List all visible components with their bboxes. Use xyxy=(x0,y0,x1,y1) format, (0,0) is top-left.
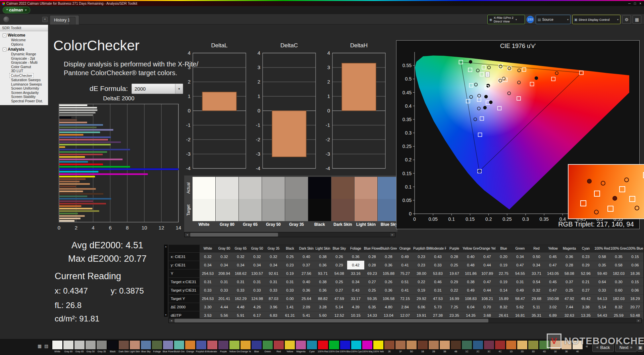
sidebar-item-dynamic-range[interactable]: Dynamic Range xyxy=(10,52,37,56)
table-vscroll[interactable]: ▲ ▼ xyxy=(164,245,168,317)
sidebar-collapse-icon[interactable]: « xyxy=(42,17,48,22)
current-fl: fL: 26.8 xyxy=(55,301,82,310)
next-button[interactable]: Next » xyxy=(615,343,637,352)
sidebar-item-screen-stability[interactable]: Screen Stability xyxy=(10,95,37,99)
sidebar-item-grayscale-2pt[interactable]: Grayscale - 2pt xyxy=(10,56,36,61)
table-cell: 6.35 xyxy=(364,303,380,311)
scroll-thumb[interactable] xyxy=(174,319,488,322)
sidebar-section-analysis[interactable]: -Analysis xyxy=(0,46,48,52)
scroll-left-icon[interactable]: ◄ xyxy=(169,318,174,323)
scroll-right-icon[interactable]: ► xyxy=(390,233,395,237)
scroll-right-icon[interactable]: ► xyxy=(636,318,641,323)
sidebar-item-luminance-sweeps[interactable]: Luminance Sweeps xyxy=(10,82,43,87)
strip-patch-swatch xyxy=(218,340,229,350)
strip-patch-label: Purple xyxy=(218,350,229,353)
cie-measured-point xyxy=(478,94,481,97)
table-cell: 0.49 xyxy=(512,286,528,294)
strip-patch-swatch xyxy=(96,340,107,350)
strip-patch-swatch xyxy=(284,340,295,350)
logo-menu-chevron-icon[interactable]: ▾ xyxy=(25,8,27,12)
sidebar-item-options[interactable]: Options xyxy=(10,42,24,47)
table-cell: 0.40 xyxy=(298,278,315,286)
tree-collapse-icon[interactable]: - xyxy=(3,34,6,37)
sidebar-item-screen-uniformity[interactable]: Screen Uniformity xyxy=(10,86,40,91)
scroll-thumb[interactable] xyxy=(190,233,278,237)
tab-stub[interactable] xyxy=(69,17,75,24)
cie-zoom-inset xyxy=(568,164,644,219)
close-button[interactable]: × xyxy=(639,2,641,5)
first-page-icon[interactable]: « xyxy=(586,344,588,349)
calman-logo[interactable]: * calman ▾ xyxy=(3,7,30,13)
source-selector[interactable]: ▤ Source ▾ xyxy=(536,15,571,24)
sidebar-item-welcome[interactable]: Welcome xyxy=(10,38,27,42)
settings-gear-icon[interactable]: ⚙ xyxy=(622,15,631,24)
table-cell: 0.29 xyxy=(578,261,594,269)
table-scrollbar[interactable]: ◄ ► xyxy=(168,318,642,323)
strip-patch-swatch xyxy=(296,340,306,350)
svg-text:0.15: 0.15 xyxy=(402,171,412,176)
patch-panel-scrollbar[interactable]: ◄ ► xyxy=(184,232,395,237)
table-cell: 15.89 xyxy=(495,295,512,303)
maximize-button[interactable]: □ xyxy=(634,2,636,5)
sidebar-item-color-gamut[interactable]: Color Gamut xyxy=(10,65,32,69)
table-cell: 0.31 xyxy=(430,286,446,294)
deltae-bar xyxy=(59,205,82,207)
list-icon[interactable]: ▤ xyxy=(44,344,48,349)
deltae-bar xyxy=(59,156,85,158)
sidebar-item-colorchecker[interactable]: ColorChecker xyxy=(9,73,34,78)
sidebar-item-screen-angularity[interactable]: Screen Angularity xyxy=(10,91,40,95)
grid-icon[interactable]: ▦ xyxy=(38,344,42,349)
tree-collapse-icon[interactable]: - xyxy=(3,48,6,51)
deltae-bar xyxy=(59,134,84,136)
source-icon: ▤ xyxy=(538,18,541,21)
sidebar-item-grayscale-multi[interactable]: Grayscale - Multi xyxy=(10,60,39,65)
strip-patch-swatch xyxy=(462,340,472,350)
table-cell: 4.44 xyxy=(216,303,232,311)
sidebar-tree: -WelcomeWelcomeOptions-AnalysisDynamic R… xyxy=(0,31,48,105)
scroll-track[interactable] xyxy=(190,233,390,237)
sidebar-item-saturation-sweeps[interactable]: Saturation Sweeps xyxy=(10,78,42,82)
patch-target-swatch xyxy=(355,199,377,221)
strip-patch-swatch xyxy=(174,340,184,350)
table-cell: 0.31 xyxy=(282,278,298,286)
minimize-button[interactable]: ─ xyxy=(628,2,631,5)
table-cell: 0.34 xyxy=(265,261,282,269)
scroll-up-icon[interactable]: ▲ xyxy=(165,245,167,248)
strip-patch-swatch xyxy=(307,340,317,350)
svg-text:10: 10 xyxy=(142,225,147,231)
table-cell: 33.17 xyxy=(347,295,364,303)
svg-text:4: 4 xyxy=(92,225,95,231)
de-formula-dropdown[interactable]: 2000 ▾ xyxy=(131,84,183,94)
display-control-selector[interactable]: ▣ Direct Display Control ▾ xyxy=(572,15,621,24)
sidebar-item-3d-lut[interactable]: 3D LUT xyxy=(10,69,24,73)
table-row-label: Target y:CIE31 xyxy=(169,286,200,294)
table-cell: 0.33 xyxy=(430,261,446,269)
session-icon[interactable] xyxy=(3,16,9,22)
table-column-header: 100% Red xyxy=(594,245,610,252)
table-row: y: CIE310.340.340.340.340.340.230.370.36… xyxy=(169,261,643,269)
table-cell: 0.36 xyxy=(380,261,397,269)
patch-row-labels: Actual Target xyxy=(185,177,192,231)
strip-patch: Foliage xyxy=(152,340,162,353)
scroll-left-icon[interactable]: ◄ xyxy=(184,233,190,237)
table-cell: 107.89 xyxy=(479,269,495,277)
strip-patch-swatch xyxy=(450,340,461,350)
back-button[interactable]: « Back xyxy=(592,343,614,352)
strip-patch-label: 100% Magenta xyxy=(362,350,373,353)
deltae-bar xyxy=(59,144,111,145)
description-line2: Pantone ColorChecker® target colors. xyxy=(64,68,198,77)
scroll-track[interactable] xyxy=(174,318,636,323)
strip-patch: 100% Green xyxy=(329,340,339,353)
svg-text:4: 4 xyxy=(258,50,260,56)
workspace-layout-icon[interactable]: ▦ xyxy=(633,15,641,24)
table-cell: 0.25 xyxy=(282,253,298,261)
layout-corner-icon[interactable]: ▣ xyxy=(637,343,643,352)
sidebar-item-spectral-power-dist-[interactable]: Spectral Power Dist. xyxy=(10,99,44,103)
meter-count-badge[interactable]: 233 xyxy=(527,16,534,23)
sidebar-section-welcome[interactable]: -Welcome xyxy=(0,32,48,38)
scroll-down-icon[interactable]: ▼ xyxy=(165,314,167,316)
meter-selector[interactable]: ◉ X-Rite i1Pro 2 Direct View ▾ xyxy=(487,15,525,24)
table-cell: 254.53 xyxy=(200,295,216,303)
strip-patch: Gray 65 xyxy=(74,340,85,353)
strip-patch: 1F xyxy=(395,340,406,353)
